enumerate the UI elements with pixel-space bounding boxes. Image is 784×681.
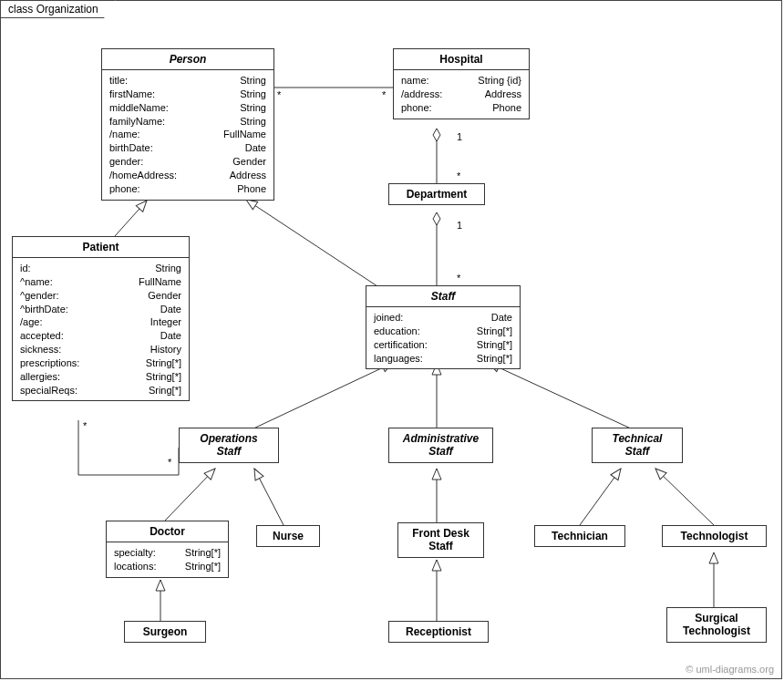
watermark: © uml-diagrams.org: [686, 664, 774, 675]
mult: *: [168, 457, 171, 468]
class-title: Hospital: [394, 49, 529, 70]
mult: *: [457, 273, 460, 284]
class-receptionist: Receptionist: [388, 621, 489, 643]
class-title: AdministrativeStaff: [389, 428, 492, 462]
class-doctor: Doctor specialty:String[*] locations:Str…: [106, 521, 229, 578]
class-attrs: specialty:String[*] locations:String[*]: [107, 542, 228, 577]
class-title: Department: [389, 184, 484, 204]
svg-line-4: [246, 200, 377, 286]
class-title: TechnicalStaff: [593, 428, 682, 462]
svg-line-9: [254, 469, 284, 525]
class-title: Patient: [13, 237, 189, 258]
class-attrs: title:String firstName:String middleName…: [102, 70, 273, 200]
class-attrs: id:String ^name:FullName ^gender:Gender …: [13, 258, 189, 400]
class-technologist: Technologist: [662, 525, 767, 547]
class-patient: Patient id:String ^name:FullName ^gender…: [12, 236, 190, 401]
class-attrs: joined:Date education:String[*] certific…: [366, 307, 520, 368]
class-title: OperationsStaff: [180, 428, 278, 462]
class-department: Department: [388, 183, 485, 205]
class-title: Front DeskStaff: [398, 523, 483, 557]
class-operations-staff: OperationsStaff: [179, 428, 279, 463]
class-title: SurgicalTechnologist: [667, 608, 766, 642]
svg-line-7: [489, 363, 633, 429]
svg-line-12: [580, 469, 621, 525]
mult: 1: [457, 131, 462, 142]
class-title: Technician: [535, 526, 624, 546]
class-title: Doctor: [107, 521, 228, 542]
class-title: Technologist: [663, 526, 766, 546]
diagram-frame: class Organization: [0, 0, 782, 679]
frame-title: class Organization: [0, 0, 116, 18]
class-attrs: name:String {id} /address:Address phone:…: [394, 70, 529, 119]
class-surgical-technologist: SurgicalTechnologist: [666, 607, 767, 643]
class-front-desk-staff: Front DeskStaff: [397, 522, 484, 558]
class-technician: Technician: [534, 525, 625, 547]
class-title: Receptionist: [389, 622, 488, 642]
class-surgeon: Surgeon: [124, 621, 206, 643]
class-staff: Staff joined:Date education:String[*] ce…: [366, 285, 521, 369]
class-nurse: Nurse: [256, 525, 320, 547]
class-title: Person: [102, 49, 273, 70]
svg-line-5: [252, 363, 393, 429]
class-title: Surgeon: [125, 622, 205, 642]
mult: *: [277, 89, 281, 100]
class-person: Person title:String firstName:String mid…: [101, 48, 274, 201]
class-technical-staff: TechnicalStaff: [592, 428, 683, 463]
mult: *: [83, 420, 87, 431]
svg-line-8: [165, 469, 215, 521]
mult: *: [457, 170, 460, 181]
class-title: Staff: [366, 286, 520, 307]
mult: *: [382, 89, 386, 100]
svg-line-3: [115, 201, 147, 236]
frame-title-text: class Organization: [8, 3, 98, 15]
class-title: Nurse: [257, 526, 319, 546]
class-administrative-staff: AdministrativeStaff: [388, 428, 493, 463]
class-hospital: Hospital name:String {id} /address:Addre…: [393, 48, 530, 119]
svg-line-13: [655, 469, 714, 525]
mult: 1: [457, 220, 462, 231]
